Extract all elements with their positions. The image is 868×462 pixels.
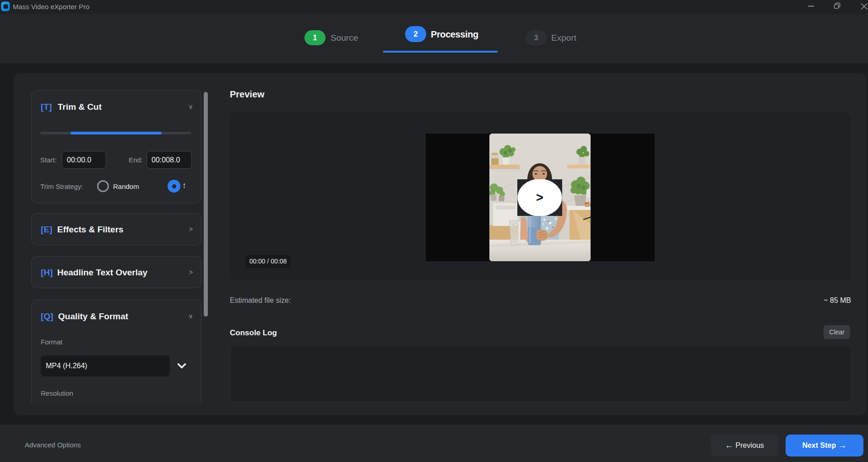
svg-text:>: > <box>536 191 543 204</box>
